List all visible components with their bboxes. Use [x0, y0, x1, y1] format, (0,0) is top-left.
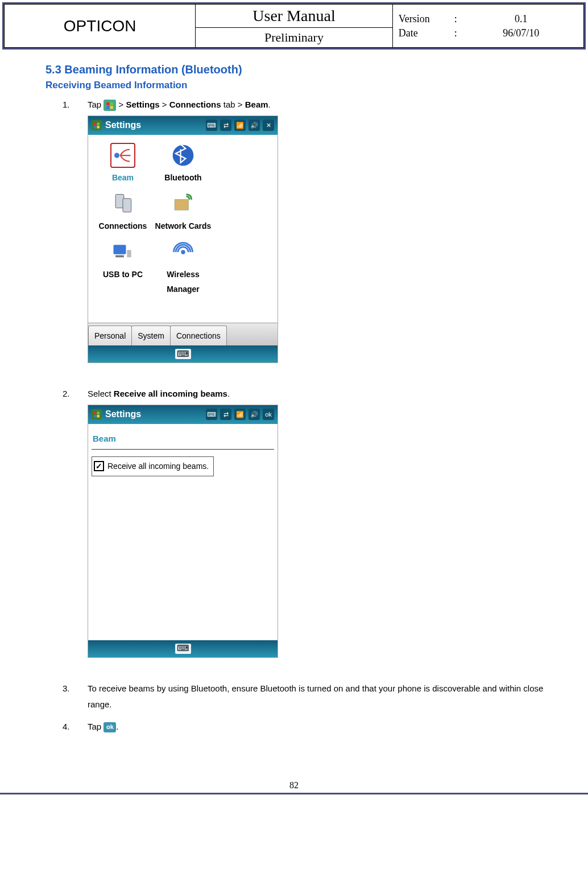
step-2: 2. Select Receive all incoming beams. Se… — [63, 386, 554, 675]
page-content: 5.3 Beaming Information (Bluetooth) Rece… — [0, 52, 588, 763]
start-icon[interactable] — [92, 409, 102, 419]
step-4: 4. Tap ok. — [63, 719, 554, 735]
item-connections[interactable]: Connections — [93, 189, 153, 237]
svg-rect-13 — [114, 245, 126, 254]
item-bluetooth[interactable]: Bluetooth — [153, 141, 213, 189]
sip-icon[interactable]: ⌨ — [206, 120, 217, 131]
svg-rect-20 — [97, 415, 100, 418]
tab-system[interactable]: System — [131, 326, 171, 346]
start-icon — [103, 100, 116, 111]
close-icon[interactable]: ✕ — [263, 120, 274, 131]
connectivity-icon[interactable]: ⇄ — [220, 120, 231, 131]
svg-rect-6 — [94, 126, 97, 129]
page-header: OPTICON User Manual Version:0.1 Date:96/… — [2, 2, 586, 50]
page-subtitle: Beam — [93, 431, 273, 447]
keyboard-icon: ⌨ — [175, 644, 191, 654]
signal-icon[interactable]: 📶 — [234, 409, 246, 420]
screen-title: Settings — [105, 406, 202, 423]
sip-bar[interactable]: ⌨ — [88, 345, 278, 363]
start-icon[interactable] — [92, 120, 102, 130]
date-label: Date — [399, 27, 450, 39]
brand: OPTICON — [5, 5, 196, 48]
ok-button[interactable]: ok — [263, 409, 274, 420]
step-3: 3. To receive beams by using Bluetooth, … — [63, 681, 554, 713]
beam-icon — [110, 143, 135, 168]
screenshot-beam-settings: Settings ⌨ ⇄ 📶 🔊 ok Beam ✓ — [88, 405, 278, 658]
sip-icon[interactable]: ⌨ — [206, 409, 217, 420]
item-network-cards[interactable]: Network Cards — [153, 189, 213, 237]
svg-rect-12 — [175, 199, 188, 209]
item-beam[interactable]: Beam — [93, 141, 153, 189]
item-usb-to-pc[interactable]: USB to PC — [93, 237, 153, 286]
sip-bar[interactable]: ⌨ — [88, 640, 278, 657]
bluetooth-icon — [171, 143, 196, 168]
svg-rect-3 — [110, 106, 113, 109]
checkbox-icon: ✓ — [94, 461, 104, 471]
step-num: 1. — [63, 97, 73, 380]
screen-title: Settings — [105, 117, 202, 134]
svg-rect-7 — [97, 126, 100, 129]
divider — [92, 449, 274, 450]
svg-rect-5 — [97, 123, 100, 126]
doc-meta: Version:0.1 Date:96/07/10 — [392, 5, 583, 48]
screenshot-settings-connections: Settings ⌨ ⇄ 📶 🔊 ✕ — [88, 116, 278, 364]
svg-rect-1 — [110, 102, 113, 105]
item-wireless-manager[interactable]: Wireless Manager — [153, 237, 213, 286]
svg-rect-11 — [123, 198, 131, 212]
step-num: 4. — [63, 719, 73, 735]
svg-point-8 — [114, 153, 119, 158]
version-value: 0.1 — [465, 13, 578, 25]
network-cards-icon — [171, 191, 196, 216]
tab-personal[interactable]: Personal — [88, 326, 132, 346]
step-num: 3. — [63, 681, 73, 713]
svg-rect-18 — [97, 412, 100, 415]
doc-subtitle: Preliminary — [196, 28, 392, 48]
tabs: Personal System Connections — [88, 323, 278, 346]
version-label: Version — [399, 13, 450, 25]
svg-rect-0 — [107, 102, 110, 105]
date-value: 96/07/10 — [465, 27, 578, 39]
step-1: 1. Tap > Settings > Connections tab > Be… — [63, 97, 554, 380]
wireless-manager-icon — [171, 240, 196, 265]
page-number: 82 — [0, 780, 588, 794]
receive-beams-checkbox[interactable]: ✓ Receive all incoming beams. — [92, 456, 214, 476]
connections-icon — [110, 191, 135, 216]
usb-to-pc-icon — [110, 240, 135, 265]
svg-rect-4 — [94, 123, 97, 126]
volume-icon[interactable]: 🔊 — [249, 409, 260, 420]
svg-point-16 — [181, 250, 185, 254]
signal-icon[interactable]: 📶 — [234, 120, 246, 131]
doc-title: User Manual — [196, 5, 392, 28]
svg-point-9 — [173, 145, 194, 166]
ok-icon: ok — [103, 722, 116, 732]
svg-rect-2 — [107, 106, 110, 109]
keyboard-icon: ⌨ — [175, 349, 191, 359]
svg-rect-17 — [94, 412, 97, 415]
tab-connections[interactable]: Connections — [170, 326, 227, 346]
step-num: 2. — [63, 386, 73, 675]
connectivity-icon[interactable]: ⇄ — [220, 409, 231, 420]
svg-rect-19 — [94, 415, 97, 418]
section-subhead: Receiving Beamed Information — [45, 80, 554, 91]
section-heading: 5.3 Beaming Information (Bluetooth) — [45, 63, 554, 76]
svg-rect-15 — [127, 250, 131, 257]
volume-icon[interactable]: 🔊 — [249, 120, 260, 131]
svg-rect-14 — [115, 255, 124, 257]
checkbox-label: Receive all incoming beams. — [107, 459, 209, 474]
